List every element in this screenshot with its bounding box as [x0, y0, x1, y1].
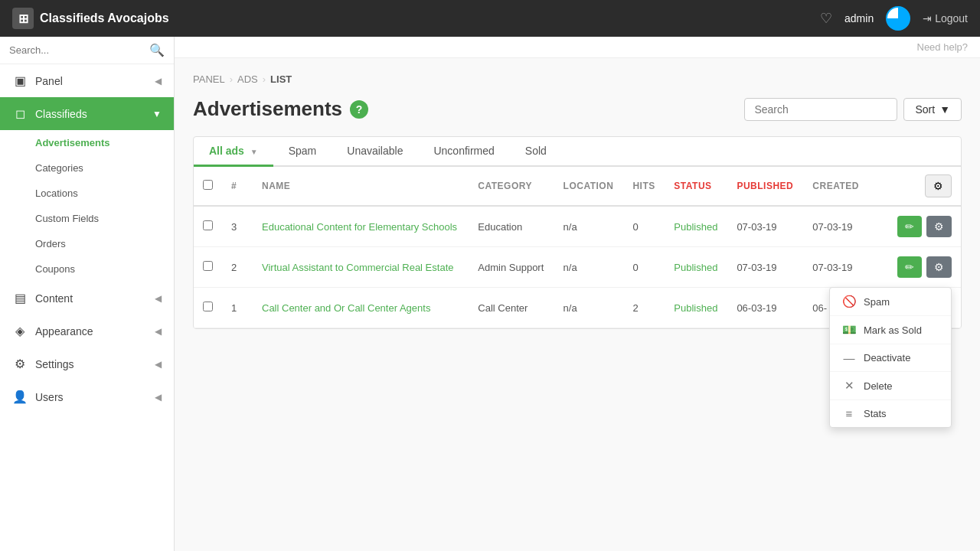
- row2-dropdown-menu: 🚫 Spam 💵 Mark as Sold —: [829, 287, 952, 428]
- appearance-arrow-icon: ◀: [155, 326, 162, 337]
- classifieds-icon: ◻: [12, 106, 28, 121]
- sidebar-sub-locations[interactable]: Locations: [0, 181, 174, 206]
- row3-checkbox[interactable]: [203, 302, 213, 311]
- row1-published: 07-03-19: [727, 206, 803, 247]
- ads-search-input[interactable]: [744, 98, 897, 121]
- header-actions: Sort ▼: [744, 98, 962, 121]
- page-title: Advertisements: [193, 97, 342, 121]
- sidebar-sub-orders[interactable]: Orders: [0, 231, 174, 256]
- tabs-bar: All ads ▼ Spam Unavailable Unconfirmed S…: [194, 137, 961, 167]
- nav-right: ♡ admin ⇥ Logout: [820, 6, 968, 31]
- sub-advertisements-label: Advertisements: [35, 137, 110, 148]
- sub-categories-label: Categories: [35, 162, 83, 174]
- sidebar-item-settings[interactable]: ⚙ Settings ◀: [0, 347, 174, 380]
- th-name: NAME: [253, 167, 469, 206]
- breadcrumb-sep-1: ›: [230, 73, 233, 85]
- admin-label: admin: [844, 12, 874, 24]
- row3-name-link[interactable]: Call Center and Or Call Center Agents: [262, 302, 430, 314]
- need-help-link[interactable]: Need help?: [917, 41, 969, 53]
- sidebar-sub-coupons[interactable]: Coupons: [0, 256, 174, 282]
- breadcrumb-panel[interactable]: PANEL: [193, 73, 225, 85]
- content-area: PANEL › ADS › LIST Advertisements ? Sort…: [175, 58, 980, 551]
- sub-coupons-label: Coupons: [35, 263, 75, 275]
- breadcrumb-list: LIST: [270, 73, 292, 85]
- row3-checkbox-cell: [194, 288, 222, 328]
- help-bar: Need help?: [175, 37, 980, 58]
- sidebar-item-classifieds[interactable]: ◻ Classifieds ▼: [0, 97, 174, 130]
- appearance-icon: ◈: [12, 324, 28, 338]
- panel-icon: ▣: [12, 73, 28, 88]
- tab-unavailable[interactable]: Unavailable: [332, 137, 418, 167]
- tab-sold[interactable]: Sold: [510, 137, 562, 167]
- ads-table: # NAME CATEGORY LOCATION HITS STATUS PUB…: [194, 167, 961, 328]
- row3-id: 1: [222, 288, 253, 328]
- sidebar-search-icon[interactable]: 🔍: [149, 43, 165, 57]
- tab-spam[interactable]: Spam: [273, 137, 332, 167]
- dropdown-stats-item[interactable]: ≡ Stats: [830, 400, 951, 427]
- row1-name-cell: Educational Content for Elementary Schoo…: [253, 206, 469, 247]
- sidebar-label-appearance: Appearance: [35, 325, 147, 337]
- favorites-icon[interactable]: ♡: [820, 10, 832, 27]
- sidebar-search-input[interactable]: [9, 44, 145, 56]
- page-title-row: Advertisements ?: [193, 97, 368, 121]
- sidebar-sub-custom-fields[interactable]: Custom Fields: [0, 206, 174, 231]
- dropdown-delete-label: Delete: [864, 380, 893, 392]
- logout-button[interactable]: ⇥ Logout: [923, 12, 968, 24]
- sidebar-item-panel[interactable]: ▣ Panel ◀: [0, 64, 174, 97]
- classifieds-arrow-icon: ▼: [152, 109, 162, 119]
- row3-hits: 2: [623, 288, 665, 328]
- tab-all-ads-label: All ads: [209, 145, 244, 157]
- sidebar-sub-categories[interactable]: Categories: [0, 155, 174, 181]
- row2-edit-button[interactable]: ✏: [897, 256, 922, 278]
- row2-actions: ✏ ⚙ 🚫 Spam 💵: [878, 256, 952, 278]
- row2-category: Admin Support: [469, 247, 554, 288]
- tab-all-ads[interactable]: All ads ▼: [194, 137, 273, 167]
- page-header: Advertisements ? Sort ▼: [193, 97, 962, 121]
- tab-unconfirmed[interactable]: Unconfirmed: [418, 137, 509, 167]
- row1-gear-button[interactable]: ⚙: [926, 216, 952, 237]
- dropdown-deactivate-label: Deactivate: [864, 352, 910, 364]
- row1-actions: ✏ ⚙: [878, 216, 952, 237]
- dropdown-mark-sold-item[interactable]: 💵 Mark as Sold: [830, 316, 951, 344]
- dropdown-spam-label: Spam: [864, 296, 890, 308]
- row2-gear-button[interactable]: ⚙: [926, 256, 952, 278]
- app-logo: ⊞ Classifieds Avocajobs: [12, 8, 820, 29]
- sidebar-sub-advertisements[interactable]: Advertisements: [0, 130, 174, 155]
- dropdown-delete-item[interactable]: ✕ Delete: [830, 372, 951, 400]
- row1-name-link[interactable]: Educational Content for Elementary Schoo…: [262, 221, 457, 233]
- select-all-checkbox[interactable]: [203, 180, 213, 190]
- stats-icon: ≡: [842, 407, 856, 420]
- row1-edit-button[interactable]: ✏: [897, 216, 922, 237]
- sidebar-item-appearance[interactable]: ◈ Appearance ◀: [0, 315, 174, 347]
- breadcrumb-ads[interactable]: ADS: [237, 73, 258, 85]
- table-gear-header-button[interactable]: ⚙: [925, 174, 952, 197]
- table-header-row: # NAME CATEGORY LOCATION HITS STATUS PUB…: [194, 167, 961, 206]
- sort-button[interactable]: Sort ▼: [903, 98, 962, 121]
- user-avatar[interactable]: [886, 6, 910, 31]
- help-circle-icon[interactable]: ?: [350, 100, 368, 119]
- th-actions: ⚙: [869, 167, 961, 206]
- row3-status: Published: [665, 288, 727, 328]
- row1-location: n/a: [554, 206, 624, 247]
- users-arrow-icon: ◀: [155, 392, 162, 403]
- row2-checkbox[interactable]: [203, 261, 213, 271]
- row1-checkbox[interactable]: [203, 220, 213, 230]
- dropdown-spam-item[interactable]: 🚫 Spam: [830, 288, 951, 316]
- tab-sold-label: Sold: [525, 145, 547, 157]
- row1-id: 3: [222, 206, 253, 247]
- dropdown-deactivate-item[interactable]: — Deactivate: [830, 344, 951, 372]
- row2-name-link[interactable]: Virtual Assistant to Commercial Real Est…: [262, 262, 453, 273]
- tab-unavailable-label: Unavailable: [347, 145, 403, 157]
- th-published: PUBLISHED: [727, 167, 803, 206]
- sub-orders-label: Orders: [35, 238, 66, 249]
- breadcrumb-sep-2: ›: [263, 73, 266, 85]
- row1-actions-cell: ✏ ⚙: [869, 206, 961, 247]
- th-checkbox: [194, 167, 222, 206]
- row2-status: Published: [665, 247, 727, 288]
- panel-arrow-icon: ◀: [155, 76, 162, 86]
- tab-all-ads-arrow: ▼: [250, 148, 258, 156]
- sidebar-label-content: Content: [35, 292, 147, 305]
- spam-icon: 🚫: [842, 295, 856, 308]
- sidebar-item-content[interactable]: ▤ Content ◀: [0, 282, 174, 315]
- sidebar-item-users[interactable]: 👤 Users ◀: [0, 380, 174, 413]
